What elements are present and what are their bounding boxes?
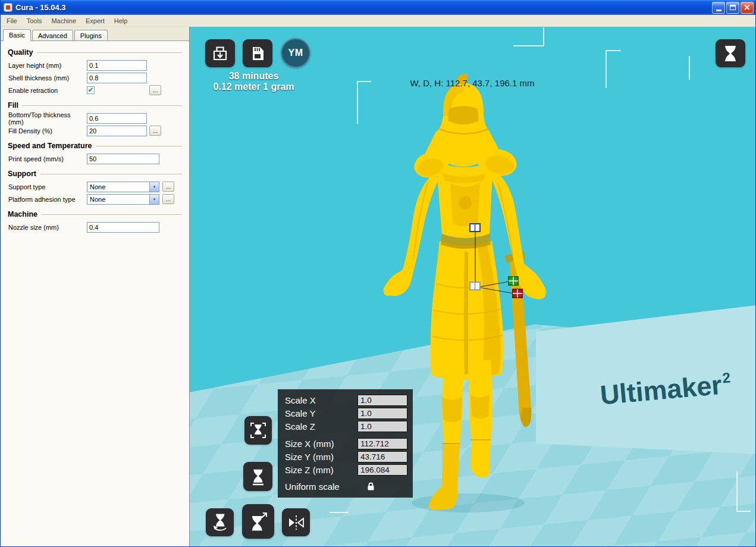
menu-machine[interactable]: Machine	[46, 16, 81, 26]
view-mode-button[interactable]	[716, 39, 745, 67]
menu-tools[interactable]: Tools	[22, 16, 47, 26]
field-label: Nozzle size (mm)	[8, 224, 87, 231]
scale-label: Size X (mm)	[285, 439, 357, 449]
combo-value: None	[87, 182, 149, 192]
input-size-z-mm[interactable]	[357, 464, 407, 476]
load-model-button[interactable]	[205, 39, 235, 67]
scale-row-scale-z: Scale Z	[278, 420, 413, 433]
field-label: Print speed (mm/s)	[8, 155, 87, 162]
section-title: Support	[8, 170, 36, 178]
input-shell-thickness-mm[interactable]	[87, 73, 147, 83]
tab-plugins[interactable]: Plugins	[74, 30, 108, 40]
minimize-button[interactable]	[712, 2, 725, 14]
tab-advanced[interactable]: Advanced	[32, 30, 73, 40]
scale-tool-button[interactable]	[242, 504, 274, 539]
menu-file[interactable]: File	[2, 16, 22, 26]
field-label: Shell thickness (mm)	[8, 74, 87, 82]
rotate-icon	[211, 513, 229, 532]
section-quality: Quality	[8, 48, 182, 57]
scale-label: Scale X	[285, 395, 357, 405]
tab-basic[interactable]: Basic	[3, 29, 31, 41]
scale-panel: Scale XScale YScale ZSize X (mm)Size Y (…	[278, 389, 413, 498]
uniform-scale-row: Uniform scale	[278, 480, 413, 493]
scale-reset-button[interactable]	[243, 462, 272, 491]
more-button-support-type[interactable]: ...	[162, 182, 174, 192]
window-controls: ✕	[712, 2, 754, 14]
field-bottom-top-thickness-mm: Bottom/Top thickness (mm)	[8, 112, 182, 124]
field-enable-retraction: Enable retraction✔...	[8, 85, 182, 96]
field-label: Bottom/Top thickness (mm)	[8, 111, 87, 126]
settings-panel: BasicAdvancedPlugins QualityLayer height…	[1, 27, 190, 546]
field-label: Layer height (mm)	[8, 62, 87, 69]
section-rule	[37, 52, 182, 53]
load-model-icon	[211, 45, 229, 62]
input-fill-density[interactable]	[87, 126, 147, 136]
input-scale-z[interactable]	[357, 421, 407, 432]
viewport-3d[interactable]: YM 38 minutes 0.12 meter 1 gram W, D, H:…	[190, 27, 755, 546]
scale-rows: Scale XScale YScale ZSize X (mm)Size Y (…	[278, 393, 413, 476]
input-layer-height-mm[interactable]	[87, 60, 147, 71]
input-nozzle-size-mm[interactable]	[87, 222, 159, 233]
scale-max-icon	[249, 421, 267, 439]
save-toolpath-icon	[249, 45, 266, 62]
scene-3d	[190, 27, 755, 546]
more-button-fill-density[interactable]: ...	[149, 126, 161, 136]
field-platform-adhesion-type: Platform adhesion typeNone▼...	[8, 193, 182, 205]
field-fill-density: Fill Density (%)...	[8, 125, 182, 136]
scale-reset-icon	[249, 468, 267, 486]
chevron-down-icon[interactable]: ▼	[149, 182, 159, 192]
menu-expert[interactable]: Expert	[81, 16, 109, 26]
youmagine-button[interactable]: YM	[281, 38, 310, 68]
section-fill: Fill	[8, 101, 182, 110]
close-button[interactable]: ✕	[741, 2, 754, 14]
input-scale-x[interactable]	[357, 395, 407, 406]
mirror-tool-button[interactable]	[282, 508, 310, 536]
gizmo-handle-green[interactable]	[509, 277, 518, 285]
select-support-type[interactable]: None▼	[87, 182, 159, 192]
field-shell-thickness-mm: Shell thickness (mm)	[8, 72, 182, 83]
field-print-speed-mm-s: Print speed (mm/s)	[8, 153, 182, 164]
select-platform-adhesion-type[interactable]: None▼	[87, 194, 159, 205]
section-rule	[96, 146, 182, 146]
maximize-button[interactable]	[726, 2, 739, 14]
section-rule	[42, 214, 182, 215]
titlebar[interactable]: Cura - 15.04.3 ✕	[1, 0, 755, 15]
youmagine-label: YM	[288, 48, 303, 58]
scale-row-scale-x: Scale X	[278, 393, 413, 407]
menubar: FileToolsMachineExpertHelp	[1, 15, 755, 27]
checkbox-enable-retraction[interactable]: ✔	[87, 86, 95, 94]
section-title: Quality	[8, 48, 33, 57]
combo-value: None	[87, 195, 149, 204]
scale-max-button[interactable]	[244, 416, 272, 445]
input-scale-y[interactable]	[357, 408, 407, 419]
lock-icon[interactable]	[367, 482, 375, 491]
main-area: BasicAdvancedPlugins QualityLayer height…	[1, 27, 755, 546]
minimize-icon	[716, 10, 722, 11]
model-shadow	[412, 493, 525, 512]
field-label: Enable retraction	[8, 87, 87, 94]
save-toolpath-button[interactable]	[243, 39, 272, 67]
section-title: Speed and Temperature	[8, 142, 92, 150]
maximize-icon	[730, 5, 736, 10]
more-button-enable-retraction[interactable]: ...	[149, 85, 161, 95]
input-print-speed-mm-s[interactable]	[87, 154, 159, 164]
input-bottom-top-thickness-mm[interactable]	[87, 113, 147, 124]
chevron-down-icon[interactable]: ▼	[149, 195, 159, 204]
app-window: Cura - 15.04.3 ✕ FileToolsMachineExpertH…	[0, 0, 756, 547]
printer-back-panel	[536, 305, 755, 454]
scale-label: Scale Z	[285, 421, 357, 432]
scale-label: Scale Y	[285, 408, 357, 418]
input-size-y-mm[interactable]	[357, 451, 407, 462]
view-mode-icon	[722, 45, 739, 62]
window-title: Cura - 15.04.3	[15, 3, 712, 12]
section-title: Fill	[8, 101, 18, 110]
scale-row-size-x-mm: Size X (mm)	[278, 437, 413, 450]
rotate-tool-button[interactable]	[206, 508, 234, 536]
gizmo-handle-red[interactable]	[513, 289, 522, 298]
more-button-platform-adhesion-type[interactable]: ...	[162, 194, 174, 204]
section-rule	[40, 174, 182, 174]
menu-help[interactable]: Help	[109, 16, 133, 26]
input-size-x-mm[interactable]	[357, 438, 407, 449]
scale-label: Size Z (mm)	[285, 465, 357, 475]
app-icon	[4, 3, 12, 12]
